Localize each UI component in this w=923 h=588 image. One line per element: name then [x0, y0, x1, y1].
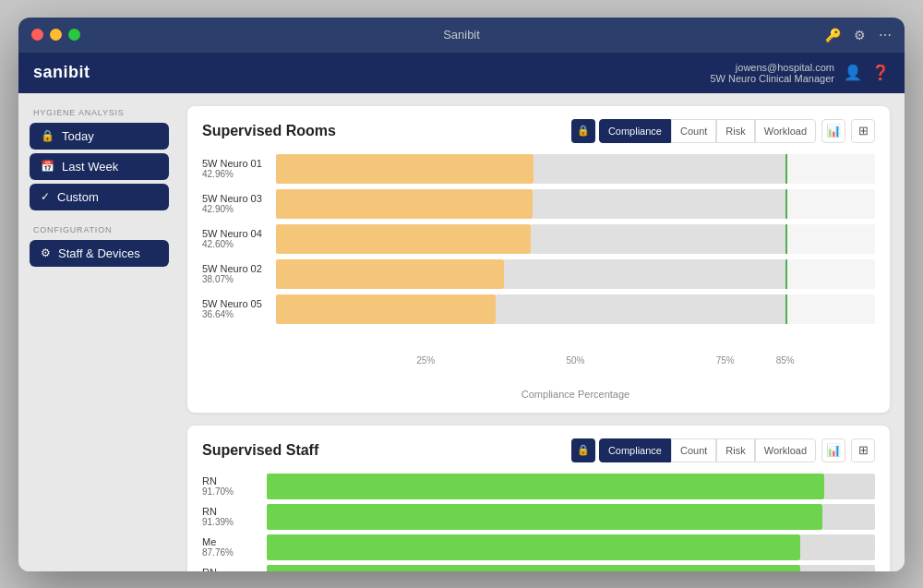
rooms-bar-track: [276, 259, 875, 289]
staff-bar-label: RN91.39%: [202, 506, 267, 527]
supervised-staff-card: Supervised Staff 🔒 Compliance Count Risk…: [187, 426, 890, 571]
staff-bar-grey: [800, 565, 875, 571]
user-icon[interactable]: 👤: [844, 64, 862, 81]
app-wrapper: sanibit jowens@hospital.com 5W Neuro Cli…: [18, 53, 905, 571]
rooms-bar-grey-segment: [496, 294, 785, 324]
sidebar-custom-btn[interactable]: ✓ Custom: [30, 184, 169, 210]
rooms-tab-workload[interactable]: Workload: [755, 119, 816, 143]
staff-bar-grey: [800, 534, 875, 560]
topbar: sanibit jowens@hospital.com 5W Neuro Cli…: [18, 53, 905, 93]
staff-bar-row: RN91.70%: [202, 474, 875, 499]
staff-bar-fill: [267, 504, 822, 530]
lastweek-label: Last Week: [62, 160, 118, 174]
help-icon[interactable]: ❓: [871, 64, 890, 81]
minimize-button[interactable]: [50, 29, 62, 41]
rooms-tab-group: Compliance Count Risk Workload: [599, 119, 816, 143]
benchmark-line: [785, 189, 787, 219]
rooms-bar-fill: [276, 189, 533, 219]
traffic-lights: [31, 29, 80, 41]
rooms-x-axis-label: 85%: [776, 355, 795, 366]
staff-bar-track: [267, 534, 875, 560]
rooms-chart-header: Supervised Rooms 🔒 Compliance Count Risk…: [202, 119, 875, 143]
rooms-bar-white-segment: [785, 294, 875, 324]
benchmark-line: [785, 224, 787, 254]
staff-bar-grey: [822, 504, 875, 530]
rooms-bar-fill: [276, 259, 504, 289]
more-icon[interactable]: ⋯: [879, 28, 892, 42]
sidebar-lastweek-btn[interactable]: 📅 Last Week: [30, 153, 169, 180]
rooms-bar-white-segment: [785, 224, 875, 254]
close-button[interactable]: [31, 29, 43, 41]
staff-tab-workload[interactable]: Workload: [755, 438, 816, 462]
config-section: CONFIGURATION ⚙ Staff & Devices: [30, 225, 169, 267]
rooms-bar-row: 5W Neuro 0442.60%: [202, 224, 875, 254]
rooms-bar-grey-segment: [533, 189, 785, 219]
rooms-bar-white-segment: [785, 154, 875, 184]
rooms-bar-grey-segment: [504, 259, 785, 289]
rooms-bar-label: 5W Neuro 0536.64%: [202, 298, 276, 319]
user-role: 5W Neuro Clinical Manager: [711, 73, 835, 84]
rooms-tab-risk[interactable]: Risk: [716, 119, 754, 143]
staff-chart-header: Supervised Staff 🔒 Compliance Count Risk…: [202, 438, 875, 462]
content-area: Supervised Rooms 🔒 Compliance Count Risk…: [180, 93, 905, 571]
rooms-bar-fill: [276, 154, 533, 184]
rooms-x-axis-label: 50%: [566, 355, 584, 366]
rooms-barchart-view-btn[interactable]: 📊: [821, 119, 845, 143]
staff-bar-row: RN91.39%: [202, 504, 875, 530]
rooms-chart-controls: 🔒 Compliance Count Risk Workload 📊 ⊞: [571, 119, 875, 143]
supervised-rooms-card: Supervised Rooms 🔒 Compliance Count Risk…: [187, 106, 890, 413]
benchmark-line: [785, 154, 787, 184]
custom-label: Custom: [57, 190, 99, 204]
sidebar-today-btn[interactable]: 🔒 Today: [30, 123, 169, 150]
titlebar-icons: 🔑 ⚙ ⋯: [825, 28, 892, 42]
sidebar-staffdevices-btn[interactable]: ⚙ Staff & Devices: [30, 240, 169, 267]
staff-filter-btn[interactable]: 🔒: [571, 438, 595, 462]
rooms-filter-btn[interactable]: 🔒: [571, 119, 595, 143]
rooms-bar-fill: [276, 294, 496, 324]
key-icon[interactable]: 🔑: [825, 28, 841, 42]
app-window: Sanibit 🔑 ⚙ ⋯ sanibit jowens@hospital.co…: [18, 18, 905, 571]
rooms-bar-row: 5W Neuro 0142.96%: [202, 154, 875, 184]
rooms-table-view-btn[interactable]: ⊞: [851, 119, 875, 143]
staff-tab-group: Compliance Count Risk Workload: [599, 438, 816, 462]
staff-tab-risk[interactable]: Risk: [716, 438, 754, 462]
staff-table-view-btn[interactable]: ⊞: [851, 438, 875, 462]
maximize-button[interactable]: [68, 29, 80, 41]
staff-bar-row: Me87.76%: [202, 534, 875, 560]
staff-tab-compliance[interactable]: Compliance: [599, 438, 671, 462]
benchmark-line: [785, 259, 787, 289]
rooms-bar-grey-segment: [531, 224, 785, 254]
sidebar: HYGIENE ANALYSIS 🔒 Today 📅 Last Week ✓ C…: [18, 93, 180, 571]
rooms-bar-grey-segment: [533, 154, 785, 184]
staff-barchart-view-btn[interactable]: 📊: [821, 438, 845, 462]
rooms-tab-count[interactable]: Count: [671, 119, 716, 143]
rooms-bar-track: [276, 224, 875, 254]
rooms-bar-label: 5W Neuro 0442.60%: [202, 228, 276, 249]
staff-bar-track: [267, 565, 875, 571]
staffdevices-label: Staff & Devices: [58, 246, 140, 260]
rooms-bar-track: [276, 189, 875, 219]
calendar-icon: 📅: [41, 160, 54, 173]
staff-bar-row: RN87.68%: [202, 565, 875, 571]
staff-bar-label: RN87.68%: [202, 567, 267, 571]
rooms-bar-track: [276, 294, 875, 324]
rooms-bar-track: [276, 154, 875, 184]
main-area: HYGIENE ANALYSIS 🔒 Today 📅 Last Week ✓ C…: [18, 93, 905, 571]
staff-bar-label: Me87.76%: [202, 536, 267, 558]
gear-icon[interactable]: ⚙: [854, 28, 866, 42]
staff-bar-label: RN91.70%: [202, 475, 267, 497]
rooms-bar-chart: 5W Neuro 0142.96%5W Neuro 0342.90%5W Neu…: [202, 154, 875, 355]
rooms-bar-row: 5W Neuro 0238.07%: [202, 259, 875, 289]
staff-bar-chart: RN91.70%RN91.39%Me87.76%RN87.68%RN87.13%…: [202, 474, 875, 571]
staff-bar-track: [267, 474, 875, 499]
staff-bar-track: [267, 504, 875, 530]
rooms-tab-compliance[interactable]: Compliance: [599, 119, 671, 143]
config-section-label: CONFIGURATION: [30, 225, 169, 234]
staff-chart-title: Supervised Staff: [202, 442, 571, 459]
staff-tab-count[interactable]: Count: [671, 438, 716, 462]
titlebar: Sanibit 🔑 ⚙ ⋯: [18, 18, 905, 53]
rooms-bar-white-segment: [785, 189, 875, 219]
topbar-right: jowens@hospital.com 5W Neuro Clinical Ma…: [711, 62, 891, 84]
user-email: jowens@hospital.com: [711, 62, 835, 73]
staff-bar-grey: [824, 474, 875, 499]
